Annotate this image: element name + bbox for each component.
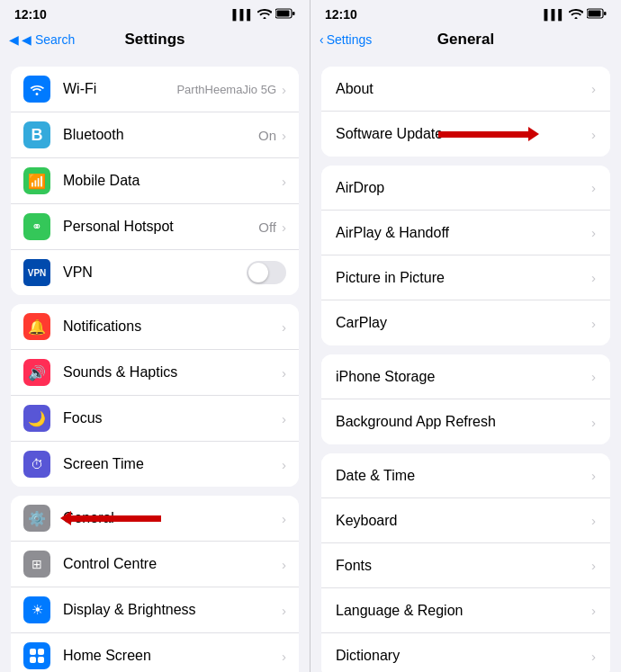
list-item[interactable]: ⊞ Control Centre › [11,542,299,587]
list-item[interactable]: CarPlay › [321,300,610,345]
settings-back-label: Settings [327,32,373,47]
svg-rect-8 [589,10,601,16]
general-chevron: › [282,511,286,526]
about-chevron: › [591,81,596,96]
status-icons-right: ▌▌▌ [544,8,607,22]
status-bar-left: 12:10 ▌▌▌ [0,0,310,25]
list-item[interactable]: AirDrop › [321,166,610,211]
homescreen-chevron: › [282,649,286,664]
language-label: Language & Region [336,603,591,619]
general-icon: ⚙️ [23,505,50,532]
nav-bar-left: ◀ ◀ Search Settings [0,25,310,58]
mobile-data-icon: 📶 [23,167,50,194]
notifications-chevron: › [282,319,286,335]
carplay-chevron: › [591,316,596,331]
back-chevron-right: ‹ [320,32,324,47]
bluetooth-icon: B [23,121,50,148]
dictionary-label: Dictionary [336,648,591,664]
fonts-label: Fonts [336,558,591,574]
hotspot-right: Off › [258,220,286,235]
list-item[interactable]: ⚙️ General › [11,496,299,542]
time-left: 12:10 [14,7,47,22]
list-item[interactable]: Picture in Picture › [321,255,610,300]
list-item[interactable]: Home Screen › [11,633,299,672]
bluetooth-right: On › [258,128,286,143]
airdrop-chevron: › [591,180,596,195]
homescreen-icon [23,642,50,669]
homescreen-content: Home Screen › [63,648,286,664]
list-item[interactable]: Keyboard › [321,498,610,543]
control-centre-label: Control Centre [63,556,157,572]
list-item[interactable]: VPN VPN [11,250,299,295]
keyboard-chevron: › [591,513,596,528]
date-time-label: Date & Time [336,468,591,484]
battery-icon-r [587,8,607,22]
focus-content: Focus › [63,410,286,426]
list-item[interactable]: AirPlay & Handoff › [321,211,610,255]
battery-icon [275,8,295,22]
airdrop-label: AirDrop [336,180,591,196]
bluetooth-row-content: Bluetooth On › [63,127,286,143]
notifications-content: Notifications › [63,318,286,335]
control-centre-chevron: › [282,557,286,572]
iphone-storage-label: iPhone Storage [336,369,591,385]
settings-list-right: About › Software Update › AirDrop › AirP… [310,58,621,672]
notifications-icon: 🔔 [23,313,50,340]
list-item[interactable]: Language & Region › [321,588,610,633]
status-icons-left: ▌▌▌ [233,8,295,22]
mobile-data-label: Mobile Data [63,173,140,189]
control-centre-right: › [282,557,286,572]
vpn-icon: VPN [23,259,50,286]
bluetooth-label: Bluetooth [63,127,124,143]
screentime-content: Screen Time › [63,456,286,472]
list-item[interactable]: ☀ Display & Brightness › [11,587,299,633]
wifi-row-content: Wi-Fi ParthHeemaJio 5G › [63,81,286,97]
nav-bar-right: ‹ Settings General [310,25,621,58]
vpn-toggle[interactable] [247,261,286,284]
hotspot-chevron: › [282,220,286,235]
mobile-data-right: › [282,174,286,189]
list-item[interactable]: 🔊 Sounds & Haptics › [11,350,299,396]
pip-label: Picture in Picture [336,270,591,286]
control-centre-content: Control Centre › [63,556,286,572]
list-item[interactable]: 🌙 Focus › [11,396,299,442]
svg-rect-6 [38,657,44,663]
wifi-right: ParthHeemaJio 5G › [176,82,286,97]
list-item[interactable]: Software Update › [321,112,610,157]
list-item[interactable]: ⏱ Screen Time › [11,442,299,487]
sounds-icon: 🔊 [23,359,50,386]
page-title-right: General [437,31,494,49]
mobile-data-content: Mobile Data › [63,173,286,189]
list-item[interactable]: Date & Time › [321,453,610,498]
list-item[interactable]: Background App Refresh › [321,399,610,444]
list-item[interactable]: 🔔 Notifications › [11,304,299,350]
list-item[interactable]: Dictionary › [321,633,610,672]
list-item[interactable]: iPhone Storage › [321,354,610,399]
mobile-data-chevron: › [282,174,286,189]
focus-label: Focus [63,410,103,426]
settings-back-right[interactable]: ‹ Settings [320,32,372,47]
wifi-chevron: › [282,82,286,97]
right-panel: 12:10 ▌▌▌ ‹ Settings General About › [310,0,621,672]
group-storage: iPhone Storage › Background App Refresh … [321,354,610,444]
list-item[interactable]: About › [321,67,610,112]
sounds-label: Sounds & Haptics [63,364,177,381]
signal-icon: ▌▌▌ [233,9,254,20]
list-item[interactable]: Wi-Fi ParthHeemaJio 5G › [11,67,299,112]
list-item[interactable]: B Bluetooth On › [11,112,299,158]
wifi-icon [23,76,50,103]
search-back-left[interactable]: ◀ ◀ Search [9,32,75,47]
group-airplay: AirDrop › AirPlay & Handoff › Picture in… [321,166,610,345]
screentime-label: Screen Time [63,456,144,472]
focus-icon: 🌙 [23,405,50,432]
list-item[interactable]: 📶 Mobile Data › [11,158,299,204]
list-item[interactable]: ⚭ Personal Hotspot Off › [11,204,299,250]
language-chevron: › [591,603,596,618]
group-about: About › Software Update › [321,67,610,157]
group-system1: 🔔 Notifications › 🔊 Sounds & Haptics › [11,304,299,487]
list-item[interactable]: Fonts › [321,543,610,588]
display-chevron: › [282,603,286,618]
display-right: › [282,603,286,618]
software-update-label: Software Update [336,126,591,142]
vpn-content: VPN [63,261,286,284]
